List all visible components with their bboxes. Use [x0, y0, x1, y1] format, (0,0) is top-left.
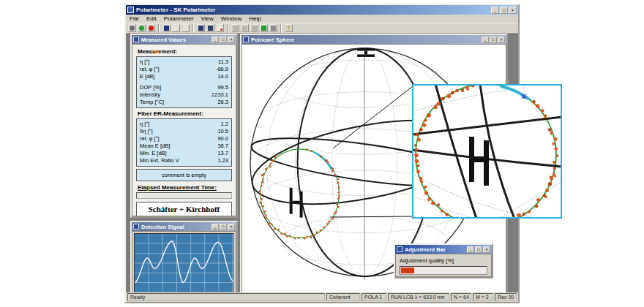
toolbar-grid-view-icon[interactable] — [250, 24, 258, 32]
measurement-row: DOP [%]99.5 — [140, 84, 228, 91]
menu-item-edit[interactable]: Edit — [143, 15, 160, 22]
toolbar-chart-view-icon[interactable] — [241, 24, 249, 32]
menu-item-help[interactable]: Help — [245, 15, 264, 22]
row-label: Min. E [dB] — [140, 150, 167, 157]
elapsed-time-field — [136, 192, 232, 199]
row-label: Temp [°C] — [140, 99, 164, 106]
status-cell: M = 2 — [473, 293, 493, 301]
inset-blue-marker — [522, 94, 526, 99]
minimize-button[interactable]: _ — [211, 224, 219, 230]
toolbar-help-icon[interactable]: ? — [285, 24, 293, 32]
menu-item-view[interactable]: View — [198, 15, 217, 22]
save-icon — [198, 26, 203, 31]
close-button[interactable]: × — [509, 7, 517, 14]
adjustment-quality-label: Adjustment quality [%] — [400, 257, 487, 264]
record-icon — [217, 26, 222, 31]
poincare-titlebar[interactable]: Poincaré Sphere _ □ × — [242, 35, 506, 44]
chart-view-icon — [242, 26, 247, 31]
close-button[interactable]: × — [483, 246, 490, 253]
datetime-text: 27.06.2008, 14:55:00 — [138, 214, 231, 216]
list-view-icon — [271, 26, 276, 31]
adjustment-bar-titlebar[interactable]: Adjustment Bar _ □ × — [395, 245, 492, 254]
window-icon — [397, 246, 402, 252]
measured-values-titlebar[interactable]: Measured Values _ □ × — [132, 35, 236, 44]
toolbar-new-document-icon[interactable] — [162, 24, 171, 32]
window-icon — [243, 37, 249, 42]
toolbar-close-document-icon[interactable] — [181, 24, 190, 32]
help-icon: ? — [287, 26, 290, 31]
maximize-button[interactable]: □ — [475, 246, 482, 253]
toolbar-list-view-icon[interactable] — [269, 24, 277, 32]
row-value: 1.2 — [221, 121, 228, 128]
toolbar-save-icon[interactable] — [197, 24, 205, 32]
close-button[interactable]: × — [228, 37, 235, 43]
row-value: 2233.1 — [211, 91, 228, 99]
maximize-button[interactable]: □ — [220, 37, 227, 43]
detection-signal-titlebar[interactable]: Detection Signal _ □ × — [132, 222, 236, 231]
toolbar: ? — [126, 23, 518, 34]
title-bar[interactable]: Polarimeter - SK Polarimeter _ □ × — [126, 5, 518, 15]
adjustment-bar-window: Adjustment Bar _ □ × Adjustment quality … — [394, 243, 493, 278]
scale-tick-label: 99 — [434, 276, 439, 277]
new-document-icon — [164, 26, 169, 31]
scale-tick-label: 0 — [400, 276, 402, 277]
row-value: 38.7 — [217, 143, 228, 150]
row-label: Min Ext. Ratio V — [140, 157, 179, 164]
trace-cyan-arc — [313, 152, 332, 170]
row-value: 90.0 — [217, 135, 228, 143]
close-document-icon — [183, 26, 188, 31]
scale-tick-label: 90 — [416, 276, 421, 277]
close-button[interactable]: × — [228, 224, 235, 230]
maximize-button[interactable]: □ — [500, 7, 508, 14]
toolbar-separator — [280, 24, 282, 33]
window-title: Adjustment Bar — [405, 246, 467, 253]
toolbar-record-icon[interactable] — [216, 24, 224, 32]
row-label: η [°] — [140, 121, 149, 128]
app-title: Polarimeter - SK Polarimeter — [136, 7, 491, 13]
toolbar-sphere-view-icon[interactable] — [260, 24, 268, 32]
pole-marker — [357, 48, 375, 57]
maximize-button[interactable]: □ — [220, 224, 227, 230]
minimize-button[interactable]: _ — [482, 37, 489, 43]
toolbar-separator — [227, 24, 228, 33]
menu-item-window[interactable]: Window — [217, 15, 245, 22]
minimize-button[interactable]: _ — [467, 246, 474, 253]
measurement-row: Intensity2233.1 — [140, 91, 228, 99]
toolbar-save-all-icon[interactable] — [206, 24, 214, 32]
minimize-button[interactable]: _ — [491, 7, 499, 14]
scale-tick-label: 99.99 — [476, 276, 487, 277]
measurement-row: Mean E [dB]38.7 — [140, 143, 228, 150]
save-all-icon — [208, 26, 213, 31]
toolbar-connect-icon[interactable] — [128, 24, 136, 32]
toolbar-stop-measurement-icon[interactable] — [147, 24, 155, 32]
close-button[interactable]: × — [498, 37, 505, 43]
toolbar-separator — [158, 24, 160, 33]
status-ready: Ready — [127, 293, 325, 301]
maximize-button[interactable]: □ — [490, 37, 497, 43]
toolbar-table-view-icon[interactable] — [231, 24, 239, 32]
grid-view-icon — [252, 26, 257, 31]
toolbar-open-document-icon[interactable] — [172, 24, 180, 32]
menu-item-polarimeter[interactable]: Polarimeter — [160, 15, 198, 22]
measurement-row: Min Ext. Ratio V1.23 — [140, 157, 228, 164]
brand-text: Schäfter + Kirchhoff — [138, 205, 231, 213]
row-label: Mean E [dB] — [140, 143, 170, 150]
status-cell: N = 64 — [451, 293, 471, 301]
row-label: rel. φ [°] — [140, 66, 160, 73]
minimize-button[interactable]: _ — [211, 37, 219, 43]
row-value: 26.3 — [217, 99, 228, 106]
menu-bar: FileEditPolarimeterViewWindowHelp — [126, 15, 518, 23]
toolbar-start-measurement-icon[interactable] — [138, 24, 146, 32]
status-cell: RUN LCB λ = 633.0 nm — [388, 293, 449, 301]
connect-icon — [130, 26, 135, 31]
signal-waveform — [135, 234, 233, 292]
status-cell: POLA 1 — [362, 293, 386, 301]
row-label: DOP [%] — [140, 84, 161, 91]
window-icon — [133, 37, 139, 42]
row-value: 11.3 — [218, 58, 228, 66]
window-title: Detection Signal — [141, 224, 211, 230]
measurement-table: η [°]11.3rel. φ [°]-86.9E [dB]14.0DOP [%… — [136, 56, 232, 108]
row-label: E [dB] — [140, 73, 154, 80]
row-value: 10.5 — [217, 128, 228, 135]
menu-item-file[interactable]: File — [126, 15, 143, 22]
